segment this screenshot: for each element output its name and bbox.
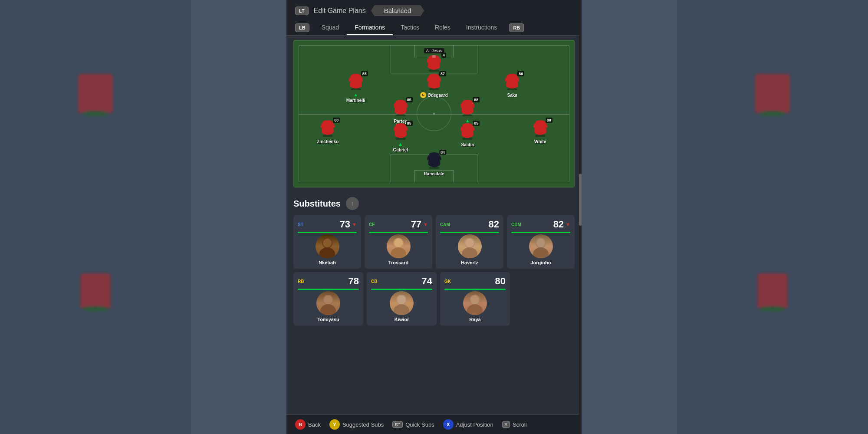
trossard-card-top: CF 77 ▼ — [369, 219, 428, 230]
havertz-rating: 82 — [489, 219, 499, 230]
blur-shirt-4 — [757, 273, 788, 308]
player-name-martinelli: Martinelli — [346, 98, 365, 103]
player-name-zinchenko: Zinchenko — [317, 139, 339, 144]
substitutes-header: Substitutes ↑ — [293, 197, 575, 210]
havertz-position: CAM — [440, 222, 450, 227]
raya-name: Raya — [469, 317, 480, 322]
center-dot — [433, 113, 435, 115]
jorginho-card-top: CDM 82 ▼ — [511, 219, 570, 230]
lt-button[interactable]: LT — [295, 7, 309, 15]
raya-bar — [444, 289, 506, 290]
tab-roles[interactable]: Roles — [427, 20, 458, 35]
blur-player-3 — [738, 74, 807, 161]
header: LT Edit Game Plans Balanced LB Squad For… — [286, 0, 582, 36]
blur-shirt-3 — [755, 74, 790, 113]
tomiyasu-photo — [316, 291, 340, 315]
tomiyasu-name: Tomiyasu — [317, 317, 339, 322]
scroll-label: Scroll — [513, 421, 527, 428]
svg-point-17 — [394, 239, 403, 247]
back-button[interactable]: B Back — [295, 419, 321, 430]
player-saka[interactable]: 86 Saka — [504, 73, 520, 98]
subs-row-2: RB 78 Tomiyasu CB — [293, 272, 575, 326]
edit-game-plans-title: Edit Game Plans — [314, 7, 366, 15]
kiwior-position: CB — [371, 279, 377, 284]
scroll-button[interactable]: R Scroll — [502, 421, 527, 428]
adjust-position-button[interactable]: X Adjust Position — [443, 419, 493, 430]
sub-card-kiwior[interactable]: CB 74 Kiwior — [367, 272, 437, 326]
lb-button[interactable]: LB — [295, 23, 309, 32]
sub-card-trossard[interactable]: CF 77 ▼ Trossard — [365, 215, 432, 269]
quick-subs-label: Quick Subs — [405, 421, 434, 428]
havertz-bar — [440, 232, 499, 233]
svg-rect-1 — [432, 55, 436, 58]
player-odegaard[interactable]: 87 C Ødegaard — [420, 73, 448, 98]
raya-card-top: GK 80 — [444, 276, 506, 287]
jorginho-rating: 82 — [553, 219, 564, 230]
background-right — [677, 0, 868, 434]
player-name-saka: Saka — [507, 93, 517, 98]
player-name-white: White — [534, 139, 546, 144]
tab-squad[interactable]: Squad — [314, 20, 347, 35]
scrollbar[interactable] — [579, 0, 582, 434]
nketiah-arrow: ▼ — [352, 222, 357, 227]
jorginho-bar — [511, 232, 570, 233]
player-name-gabriel: Gabriel — [393, 148, 408, 152]
upload-icon[interactable]: ↑ — [346, 197, 359, 210]
sub-card-raya[interactable]: GK 80 Raya — [440, 272, 510, 326]
jorginho-name: Jorginho — [530, 260, 551, 265]
bottom-toolbar: B Back Y Suggested Subs RT Quick Subs X … — [286, 414, 582, 434]
player-name-saliba: Saliba — [461, 142, 474, 147]
pitch-container: A Jesus 4 — [286, 36, 582, 192]
player-jesus[interactable]: A Jesus 4 — [424, 48, 444, 73]
svg-point-29 — [397, 296, 406, 304]
tomiyasu-rating: 78 — [349, 276, 359, 287]
raya-photo — [463, 291, 487, 315]
y-button-icon: Y — [329, 419, 340, 430]
tomiyasu-position: RB — [298, 279, 304, 284]
tab-instructions[interactable]: Instructions — [458, 20, 505, 35]
subs-row-1: ST 73 ▼ Nketiah — [293, 215, 575, 269]
nketiah-bar — [298, 232, 357, 233]
sub-card-nketiah[interactable]: ST 73 ▼ Nketiah — [293, 215, 361, 269]
main-panel: LT Edit Game Plans Balanced LB Squad For… — [286, 0, 582, 434]
svg-point-14 — [323, 239, 332, 247]
svg-point-16 — [391, 247, 406, 258]
trossard-position: CF — [369, 222, 375, 227]
quick-subs-button[interactable]: RT Quick Subs — [392, 421, 434, 428]
nketiah-photo — [316, 234, 339, 258]
blur-shirt-1 — [78, 74, 113, 113]
rt-button-icon: RT — [392, 421, 403, 428]
nketiah-position: ST — [298, 222, 303, 227]
b-button-icon: B — [295, 419, 306, 430]
sub-card-havertz[interactable]: CAM 82 Havertz — [436, 215, 503, 269]
svg-point-20 — [465, 239, 474, 247]
blur-player-2 — [61, 273, 130, 360]
rb-button[interactable]: RB — [509, 23, 524, 32]
captain-badge: C — [420, 92, 426, 98]
trossard-arrow: ▼ — [423, 222, 428, 227]
player-partey[interactable]: 85 Partey — [393, 99, 408, 124]
sub-card-tomiyasu[interactable]: RB 78 Tomiyasu — [293, 272, 363, 326]
tab-tactics[interactable]: Tactics — [393, 20, 427, 35]
player-saliba[interactable]: 85 Saliba — [460, 122, 475, 147]
nav-tabs: LB Squad Formations Tactics Roles Instru… — [295, 20, 573, 35]
svg-point-32 — [470, 296, 479, 304]
tomiyasu-bar — [298, 289, 359, 290]
havertz-card-top: CAM 82 — [440, 219, 499, 230]
player-gabriel[interactable]: 85 ▲ Gabriel — [393, 122, 408, 152]
x-button-icon: X — [443, 419, 454, 430]
nketiah-rating: 73 — [340, 219, 350, 230]
player-ramsdale[interactable]: 84 Ramsdale — [424, 151, 444, 176]
substitutes-section: Substitutes ↑ ST 73 ▼ — [286, 192, 582, 414]
player-martinelli[interactable]: 85 ▲ Martinelli — [346, 73, 365, 103]
sub-card-jorginho[interactable]: CDM 82 ▼ Jorginho — [507, 215, 575, 269]
player-white[interactable]: 80 White — [533, 119, 548, 144]
player-zinchenko[interactable]: 80 Zinchenko — [317, 119, 339, 144]
scrollbar-thumb[interactable] — [579, 174, 582, 226]
blur-player-1 — [61, 74, 130, 161]
blur-player-4 — [738, 273, 807, 360]
tab-formations[interactable]: Formations — [347, 20, 393, 35]
suggested-subs-button[interactable]: Y Suggested Subs — [329, 419, 384, 430]
player-name-ramsdale: Ramsdale — [424, 171, 444, 176]
svg-point-22 — [533, 247, 549, 258]
